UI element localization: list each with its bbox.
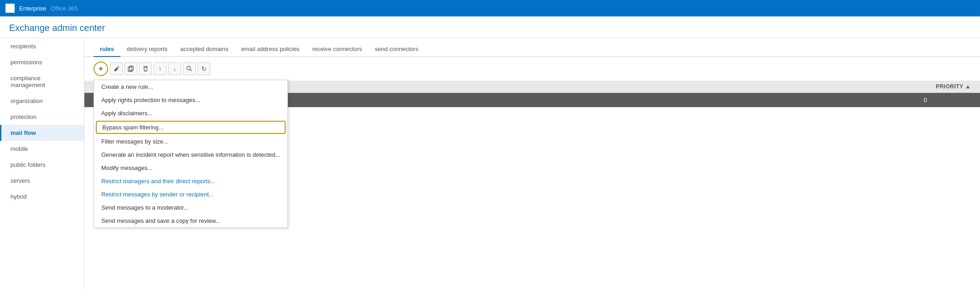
- sidebar-item-public-folders[interactable]: public folders: [0, 157, 84, 173]
- svg-rect-3: [10, 9, 13, 11]
- dropdown-item-send-save-copy[interactable]: Send messages and save a copy for review…: [94, 214, 287, 227]
- sidebar-item-mail-flow[interactable]: mail flow: [0, 125, 84, 141]
- search-button[interactable]: [183, 62, 196, 75]
- dropdown-item-filter-messages-by-size[interactable]: Filter messages by size...: [94, 135, 287, 148]
- sort-icon: ▲: [965, 83, 971, 90]
- top-bar: Enterprise Office 365: [0, 0, 980, 16]
- dropdown-item-modify-messages[interactable]: Modify messages...: [94, 161, 287, 175]
- delete-button[interactable]: [139, 62, 152, 75]
- move-up-button[interactable]: ↑: [154, 62, 167, 75]
- dropdown-item-apply-disclaimers[interactable]: Apply disclaimers...: [94, 107, 287, 120]
- dropdown-item-send-to-moderator[interactable]: Send messages to a moderator...: [94, 201, 287, 214]
- sidebar-item-servers[interactable]: servers: [0, 173, 84, 189]
- dropdown-item-restrict-messages-sender-recipient[interactable]: Restrict messages by sender or recipient…: [94, 188, 287, 201]
- refresh-button[interactable]: ↻: [198, 62, 210, 75]
- main-content: rules delivery reports accepted domains …: [84, 38, 980, 290]
- tab-email-address-policies[interactable]: email address policies: [235, 42, 306, 57]
- svg-rect-6: [144, 67, 147, 71]
- toolbar: + ↑ ↓ ↻ Create a new rule... Apply right…: [84, 57, 980, 81]
- page-title-bar: Exchange admin center: [0, 16, 980, 38]
- tab-rules[interactable]: rules: [94, 42, 120, 57]
- tab-send-connectors[interactable]: send connectors: [369, 42, 425, 57]
- dropdown-item-restrict-managers[interactable]: Restrict managers and their direct repor…: [94, 175, 287, 188]
- svg-line-10: [190, 70, 192, 72]
- column-header-priority: PRIORITY ▲: [880, 83, 971, 90]
- svg-rect-2: [7, 9, 10, 11]
- tab-accepted-domains[interactable]: accepted domains: [174, 42, 235, 57]
- edit-button[interactable]: [110, 62, 123, 75]
- dropdown-item-bypass-spam-filtering[interactable]: Bypass spam filtering...: [96, 121, 286, 134]
- dropdown-item-generate-incident-report[interactable]: Generate an incident report when sensiti…: [94, 148, 287, 161]
- product-label: Enterprise: [19, 5, 46, 12]
- svg-point-9: [187, 67, 191, 70]
- svg-rect-1: [10, 5, 13, 8]
- dropdown-item-apply-rights-protection[interactable]: Apply rights protection to messages...: [94, 93, 287, 107]
- sidebar-item-protection[interactable]: protection: [0, 109, 84, 125]
- page-title: Exchange admin center: [9, 23, 971, 33]
- app-logo: [5, 4, 15, 13]
- table-cell-priority: 0: [880, 97, 971, 103]
- sidebar-item-permissions[interactable]: permissions: [0, 54, 84, 70]
- tab-delivery-reports[interactable]: delivery reports: [120, 42, 174, 57]
- dropdown-item-create-new-rule[interactable]: Create a new rule...: [94, 80, 287, 93]
- tab-bar: rules delivery reports accepted domains …: [84, 42, 980, 57]
- move-down-button[interactable]: ↓: [168, 62, 181, 75]
- copy-button[interactable]: [125, 62, 137, 75]
- add-dropdown-menu: Create a new rule... Apply rights protec…: [94, 80, 288, 228]
- sidebar-item-mobile[interactable]: mobile: [0, 141, 84, 157]
- product-separator: Office 365: [51, 5, 78, 12]
- sidebar-item-recipients[interactable]: recipients: [0, 38, 84, 54]
- sidebar-item-compliance-management[interactable]: compliance management: [0, 70, 84, 93]
- svg-rect-0: [7, 5, 10, 8]
- tab-receive-connectors[interactable]: receive connectors: [306, 42, 368, 57]
- add-button[interactable]: +: [94, 62, 108, 76]
- main-layout: recipients permissions compliance manage…: [0, 38, 980, 290]
- sidebar: recipients permissions compliance manage…: [0, 38, 84, 290]
- sidebar-item-organization[interactable]: organization: [0, 93, 84, 109]
- sidebar-item-hybrid[interactable]: hybrid: [0, 189, 84, 205]
